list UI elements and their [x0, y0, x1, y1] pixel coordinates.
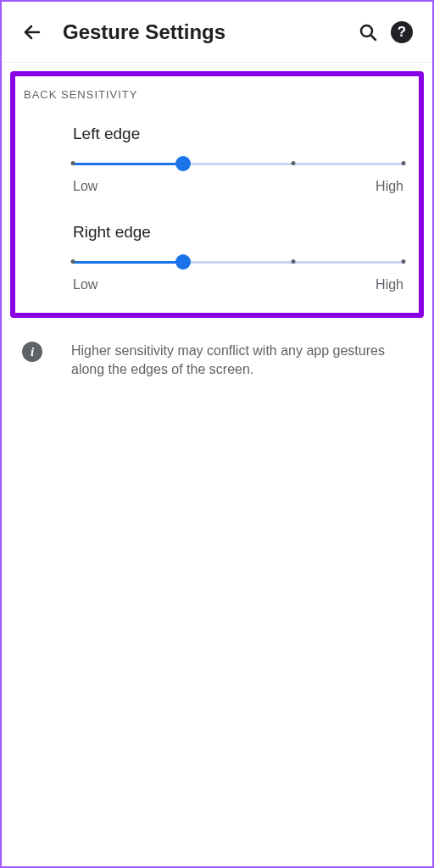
- page-title: Gesture Settings: [63, 20, 351, 44]
- search-icon: [358, 22, 378, 42]
- arrow-left-icon: [22, 22, 42, 42]
- section-label: Back Sensitivity: [24, 88, 410, 101]
- help-icon: ?: [391, 21, 413, 43]
- right-edge-low-label: Low: [73, 277, 97, 292]
- app-bar: Gesture Settings ?: [2, 2, 432, 63]
- back-button[interactable]: [15, 15, 49, 49]
- info-row: i Higher sensitivity may conflict with a…: [2, 326, 432, 380]
- svg-line-2: [370, 35, 376, 40]
- right-edge-high-label: High: [376, 277, 403, 292]
- search-button[interactable]: [351, 15, 385, 49]
- left-edge-low-label: Low: [73, 179, 97, 194]
- left-edge-slider-block: Left edge Low High: [24, 125, 410, 194]
- left-edge-high-label: High: [376, 179, 403, 194]
- right-edge-label: Right edge: [73, 223, 403, 242]
- left-edge-thumb[interactable]: [175, 156, 191, 171]
- right-edge-thumb[interactable]: [175, 254, 191, 270]
- right-edge-slider[interactable]: [73, 255, 403, 269]
- info-text: Higher sensitivity may conflict with any…: [71, 342, 412, 380]
- left-edge-slider[interactable]: [73, 157, 403, 170]
- left-edge-label: Left edge: [73, 125, 403, 143]
- help-button[interactable]: ?: [385, 15, 419, 49]
- right-edge-slider-block: Right edge Low High: [24, 223, 410, 292]
- info-icon: i: [22, 342, 42, 362]
- back-sensitivity-section: Back Sensitivity Left edge Low High Righ…: [10, 71, 424, 318]
